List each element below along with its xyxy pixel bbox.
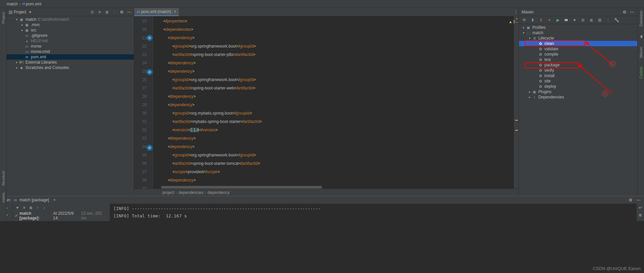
project-item-mvnw[interactable]: ▭mvnw: [7, 44, 134, 49]
collapse-icon[interactable]: ≣: [28, 205, 34, 210]
tab-project[interactable]: Project: [1, 12, 5, 23]
reload-icon[interactable]: ⟳: [522, 17, 527, 23]
tab-structure[interactable]: Structure: [1, 171, 5, 186]
select-opened-icon[interactable]: ⊙: [90, 9, 95, 15]
collapse-icon[interactable]: ≣: [589, 17, 594, 23]
watermark: CSDN @UnIQUE Eason: [593, 266, 641, 271]
warning-badge[interactable]: ▲3 ^ ˅: [508, 17, 518, 26]
run-status-line[interactable]: ✔ match [package]: At 2022/5/9 14: 13 se…: [15, 211, 108, 220]
fold-badge-icon[interactable]: ⟳: [147, 35, 153, 41]
editor-tab-pom[interactable]: m pom.xml (match) ×: [134, 8, 179, 16]
close-run-tab[interactable]: ×: [52, 197, 57, 203]
tab-maven-label[interactable]: Maven: [639, 47, 643, 58]
code-content[interactable]: </properties> <dependencies> <dependency…: [153, 16, 514, 189]
breadcrumb-file[interactable]: pom.xml: [25, 2, 42, 6]
pom-icon: m: [22, 2, 25, 6]
dropdown-icon[interactable]: ▾: [28, 9, 33, 15]
hide-icon[interactable]: —: [629, 9, 635, 15]
project-item--mvn[interactable]: ▸▣.mvn: [7, 22, 134, 27]
collapse-all-icon[interactable]: ≣: [104, 9, 110, 15]
left-tool-strip-bottom: Structure marks: [0, 167, 7, 221]
check-icon: ✔: [15, 213, 18, 218]
nav-breadcrumb: match › m pom.xml: [0, 0, 644, 8]
run-settings-icon[interactable]: ✿: [628, 197, 633, 203]
maven-toolbar: ⟳ ⬇ ⇩ + ▶ m ✦ ⊘ ≣ ⊞ | 🔧: [519, 16, 637, 24]
maven-item-clean[interactable]: ✿clean: [519, 41, 637, 46]
status-at: At 2022/5/9 14:: [53, 211, 79, 220]
tab-maven[interactable]: m: [639, 35, 643, 38]
maven-item-site[interactable]: ✿site: [519, 78, 637, 84]
maven-item-validate[interactable]: ✿validate: [519, 46, 637, 52]
maven-item-verify[interactable]: ✿verify: [519, 68, 637, 73]
wrench-icon[interactable]: 🔧: [614, 17, 619, 23]
run-icon[interactable]: ▶: [555, 17, 560, 23]
breadcrumb-sep: ›: [18, 2, 22, 6]
maven-item-Plugins[interactable]: ▸▣Plugins: [519, 89, 637, 94]
fold-badge-icon[interactable]: ⟳: [147, 145, 153, 151]
status-prefix: match [package]:: [19, 211, 52, 220]
tab-codota[interactable]: Codota: [639, 67, 643, 78]
project-item-src[interactable]: ▸▣src: [7, 27, 134, 33]
project-item-External-Libraries[interactable]: ▸�⫴External Libraries: [7, 60, 134, 65]
settings-icon[interactable]: ✿: [119, 9, 124, 15]
maven-item-install[interactable]: ✿install: [519, 73, 637, 78]
project-item-mvnw-cmd[interactable]: ▭mvnw.cmd: [7, 49, 134, 54]
project-title[interactable]: Project: [14, 10, 26, 14]
pom-icon: m: [137, 10, 140, 14]
editor-marker-strip[interactable]: ▲3 ^ ˅: [514, 16, 519, 189]
skip-tests-icon[interactable]: ⊘: [580, 17, 586, 23]
add-icon[interactable]: +: [547, 17, 552, 23]
down-icon[interactable]: ↓: [42, 205, 47, 210]
project-tree[interactable]: ▾▣match E:\stsWork\match▸▣.mvn▸▣src▭.git…: [7, 16, 134, 196]
right-tool-strip: Database m Maven Codota: [637, 8, 644, 196]
run-config-name[interactable]: match [package]: [19, 198, 49, 202]
project-item-match[interactable]: ▾▣match E:\stsWork\match: [7, 17, 134, 22]
toggle-offline-icon[interactable]: ✦: [572, 17, 577, 23]
generate-sources-icon[interactable]: ⬇: [530, 17, 535, 23]
tab-bookmarks[interactable]: marks: [1, 193, 5, 203]
maven-item-deploy[interactable]: ✿deploy: [519, 84, 637, 89]
bc-dependencies[interactable]: dependencies: [177, 190, 205, 195]
bc-dependency[interactable]: dependency: [206, 190, 231, 195]
up-icon[interactable]: ↑: [35, 205, 40, 210]
project-panel-header: ▤ Project ▾ ⊙ ≡ ≣ | ✿ —: [7, 8, 134, 16]
maven-item-match[interactable]: ▾⬚match: [519, 30, 637, 36]
editor-breadcrumb: project › dependencies › dependency: [134, 189, 519, 196]
filter-icon[interactable]: ▾: [15, 205, 20, 210]
show-deps-icon[interactable]: ⊞: [597, 17, 602, 23]
hide-icon[interactable]: —: [636, 197, 641, 203]
tab-database[interactable]: Database: [639, 11, 643, 26]
editor-body[interactable]: 1920212223242526272829303132333435363738…: [134, 16, 519, 189]
run-status-col: ▾ ≡ ≣ ↑ ↓ ✔ match [package]: At 2022/5/9…: [13, 204, 110, 221]
project-item-Scratches-and-Consoles[interactable]: ▸◆Scratches and Consoles: [7, 65, 134, 70]
line-gutter[interactable]: 1920212223242526272829303132333435363738…: [134, 16, 153, 189]
download-icon[interactable]: ⇩: [538, 17, 544, 23]
bc-project[interactable]: project: [161, 190, 176, 195]
soft-wrap-icon[interactable]: ↩: [638, 205, 643, 210]
settings-icon[interactable]: ✿: [622, 9, 627, 15]
project-item-HELP-md[interactable]: ⬥HELP.md: [7, 38, 134, 44]
execute-goal-icon[interactable]: m: [564, 17, 569, 23]
fold-badge-icon[interactable]: ⟳: [147, 69, 153, 75]
close-tab-icon[interactable]: ×: [172, 9, 176, 14]
maven-header: Maven ✿ —: [519, 8, 637, 16]
horizontal-scrollbar[interactable]: [161, 186, 322, 189]
project-item--gitignore[interactable]: ▭.gitignore: [7, 33, 134, 38]
hide-icon[interactable]: —: [126, 9, 132, 15]
expand-icon[interactable]: ≡: [21, 205, 27, 210]
expand-all-icon[interactable]: ≡: [97, 9, 102, 15]
divider: |: [605, 17, 611, 23]
divider: |: [112, 9, 117, 15]
breadcrumb-root[interactable]: match: [6, 2, 18, 6]
maven-item-package[interactable]: ✿package: [519, 62, 637, 68]
maven-tree[interactable]: ▸▣Profiles▾⬚match▾≣Lifecycle✿clean✿valid…: [519, 24, 637, 196]
project-item-pom-xml[interactable]: mpom.xml: [7, 54, 134, 60]
run-console[interactable]: [INFO] ---------------------------------…: [110, 204, 637, 221]
tab-menu-icon[interactable]: ⋮: [513, 9, 519, 15]
scroll-end-icon[interactable]: ≣: [638, 212, 643, 218]
maven-item-Lifecycle[interactable]: ▾≣Lifecycle: [519, 36, 637, 41]
maven-item-test[interactable]: ✿test: [519, 57, 637, 62]
maven-item-compile[interactable]: ✿compile: [519, 52, 637, 57]
maven-item-Dependencies[interactable]: ▸⫴Dependencies: [519, 94, 637, 100]
maven-item-Profiles[interactable]: ▸▣Profiles: [519, 25, 637, 30]
